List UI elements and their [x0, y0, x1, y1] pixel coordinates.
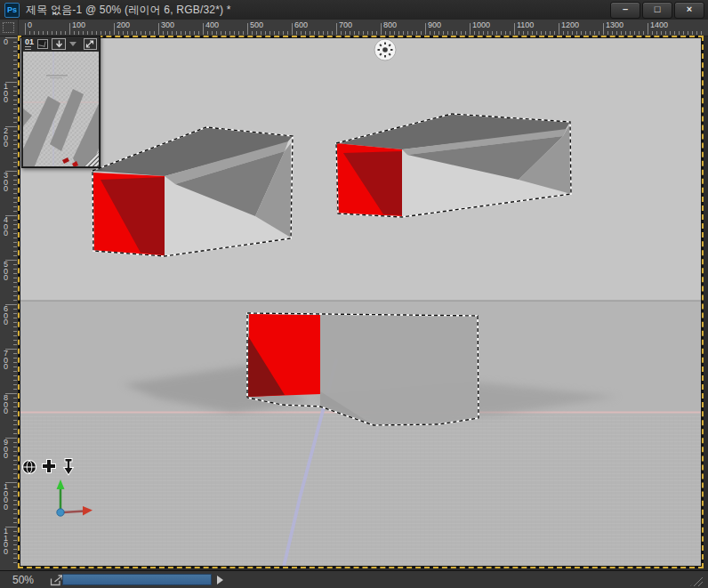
orbit-tool-icon[interactable]	[23, 461, 36, 473]
status-bar: 50%	[0, 570, 708, 588]
top-view-render	[23, 52, 99, 166]
secondary-view-panel[interactable]: 01	[21, 36, 101, 168]
document-title: 제목 없음-1 @ 50% (레이어 6, RGB/32*) *	[26, 3, 231, 18]
close-button[interactable]: ×	[674, 2, 704, 19]
status-flyout-arrow-icon[interactable]	[217, 576, 223, 584]
dropdown-arrow-icon[interactable]	[69, 42, 76, 46]
photoshop-app-icon: Ps	[4, 3, 20, 18]
sun-icon	[382, 47, 388, 52]
title-bar[interactable]: Ps 제목 없음-1 @ 50% (레이어 6, RGB/32*) * – □ …	[0, 0, 708, 20]
swap-to-main-view-icon[interactable]	[84, 38, 97, 50]
camera-select-icon[interactable]	[52, 38, 65, 50]
ground-grid	[20, 416, 701, 566]
menu-icon[interactable]	[25, 46, 31, 51]
ruler-origin-box[interactable]	[0, 20, 19, 36]
zoom-level-field[interactable]: 50%	[12, 571, 34, 588]
document-canvas[interactable]	[20, 38, 701, 566]
progress-bar	[62, 574, 212, 585]
infinite-light-widget[interactable]	[374, 39, 396, 60]
window-resize-grip-icon[interactable]	[690, 576, 703, 586]
ruler-horizontal[interactable]: 0100200300400500600700800900100011001200…	[0, 20, 708, 36]
axis-origin-blue	[57, 509, 64, 516]
secondary-view-thumbnail[interactable]	[23, 52, 99, 166]
ruler-origin-dotted-icon	[3, 22, 14, 33]
photoshop-window: Ps 제목 없음-1 @ 50% (레이어 6, RGB/32*) * – □ …	[0, 0, 708, 588]
ruler-vertical[interactable]: 010020030040050060070080090010001100	[0, 36, 19, 570]
secondary-view-header[interactable]: 01	[22, 36, 100, 52]
swap-frame-icon[interactable]	[37, 39, 48, 49]
axis-x-red	[63, 511, 84, 513]
view-index-label: 01	[25, 38, 34, 45]
minimize-button[interactable]: –	[610, 2, 640, 19]
maximize-button[interactable]: □	[642, 2, 672, 19]
